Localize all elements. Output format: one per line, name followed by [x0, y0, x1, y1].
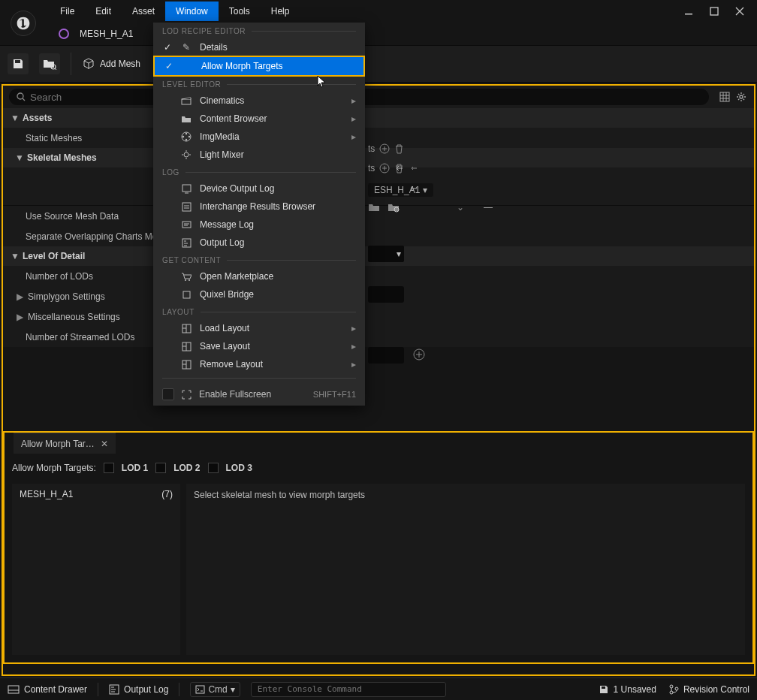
lod2-checkbox[interactable] [155, 463, 166, 473]
dd-marketplace[interactable]: Open Marketplace [153, 267, 365, 285]
output-log-button[interactable]: Output Log [109, 684, 168, 695]
dd-details[interactable]: ✓✎Details [153, 38, 365, 56]
add-mesh-button[interactable]: Add Mesh [82, 57, 140, 71]
dd-remove-layout-label: Remove Layout [200, 359, 263, 370]
browse-icon[interactable] [39, 53, 60, 74]
menu-asset[interactable]: Asset [122, 2, 165, 21]
output-icon [109, 684, 119, 695]
reset-icon[interactable] [394, 163, 406, 173]
dd-allow-morph[interactable]: ✓Allow Morph Targets [155, 57, 363, 75]
add-circle-icon[interactable] [379, 163, 390, 173]
menu-edit[interactable]: Edit [85, 2, 122, 21]
reset-icon[interactable] [408, 183, 420, 194]
view-grid-icon[interactable] [718, 90, 731, 104]
drawer-icon [8, 684, 20, 695]
mouse-cursor-icon [317, 75, 327, 89]
dd-imgmedia[interactable]: ImgMedia▸ [153, 128, 365, 146]
lod3-checkbox[interactable] [208, 463, 219, 473]
search-input[interactable] [30, 92, 701, 103]
menu-file[interactable]: File [50, 2, 85, 21]
dd-section-layout: LAYOUT [153, 303, 365, 319]
svg-rect-0 [685, 14, 692, 15]
value-dropdown-1[interactable]: ▾ [368, 246, 404, 262]
close-button[interactable] [734, 6, 745, 17]
asset-name: MESH_H_A1 [80, 29, 133, 39]
streamed-row[interactable]: Number of Streamed LODs [3, 327, 754, 347]
svg-point-32 [675, 687, 678, 690]
num-lods-row[interactable]: Number of LODs [3, 266, 754, 286]
simplygon-label: Simplygon Settings [28, 291, 105, 302]
content-drawer-label: Content Drawer [24, 684, 87, 695]
console-input-box[interactable] [251, 682, 446, 697]
maximize-button[interactable] [709, 6, 719, 17]
settings-gear-icon[interactable] [734, 90, 748, 104]
folder-icon[interactable] [368, 202, 380, 213]
misc-row[interactable]: ▶Miscellaneous Settings [3, 306, 754, 327]
dd-load-layout-label: Load Layout [200, 323, 249, 333]
chevron-right-icon: ▸ [351, 341, 356, 352]
close-icon[interactable]: ✕ [101, 439, 108, 449]
search-row [3, 86, 754, 108]
svg-point-3 [17, 93, 23, 99]
assets-header[interactable]: ▼Assets [3, 108, 754, 128]
dd-output-log-label: Output Log [200, 237, 244, 248]
output-log-label: Output Log [124, 684, 168, 695]
value-input-2[interactable] [368, 286, 404, 303]
dd-device-log[interactable]: Device Output Log [153, 180, 365, 198]
svg-rect-1 [710, 8, 718, 15]
content-drawer-button[interactable]: Content Drawer [8, 684, 87, 695]
menu-help[interactable]: Help [261, 2, 300, 21]
dd-content-browser[interactable]: Content Browser▸ [153, 110, 365, 128]
dd-remove-layout[interactable]: Remove Layout▸ [153, 355, 365, 373]
separate-overlap-row[interactable]: Separate Overlapping Charts Mode [3, 226, 754, 246]
console-input[interactable] [258, 684, 439, 694]
dd-interchange[interactable]: Interchange Results Browser [153, 198, 365, 216]
dd-allow-morph-label: Allow Morph Targets [201, 61, 283, 71]
add-circle-icon[interactable] [379, 143, 390, 154]
chevron-right-icon: ▸ [351, 113, 356, 124]
chevron-down-icon[interactable]: ⌄ [457, 202, 464, 213]
dd-message-log[interactable]: Message Log [153, 216, 365, 234]
chevron-down-icon: ▾ [423, 185, 427, 195]
dd-light-mixer[interactable]: Light Mixer [153, 146, 365, 164]
add-circle-icon[interactable] [413, 348, 425, 361]
results-icon [180, 202, 192, 212]
minimize-button[interactable] [683, 6, 694, 17]
svg-point-30 [670, 685, 673, 688]
checkbox[interactable] [162, 388, 174, 400]
dd-save-layout[interactable]: Save Layout▸ [153, 337, 365, 355]
value-input-3[interactable] [368, 347, 404, 364]
terminal-icon [195, 685, 205, 694]
unsaved-button[interactable]: 1 Unsaved [599, 684, 656, 695]
mesh-list-item[interactable]: MESH_H_A1 (7) [12, 484, 180, 505]
dd-output-log[interactable]: Output Log [153, 234, 365, 252]
dd-quixel[interactable]: Quixel Bridge [153, 285, 365, 303]
browse-folder-icon[interactable] [388, 202, 400, 213]
dd-load-layout[interactable]: Load Layout▸ [153, 319, 365, 337]
cmd-selector[interactable]: Cmd ▾ [190, 682, 240, 697]
dd-cinematics[interactable]: Cinematics▸ [153, 92, 365, 110]
undo-icon[interactable] [409, 163, 419, 173]
minus-icon[interactable]: — [484, 202, 493, 213]
mesh-asset-pill[interactable]: ESH_H_A1▾ [368, 183, 433, 197]
lod3-label: LOD 3 [226, 463, 252, 473]
lod1-checkbox[interactable] [104, 463, 114, 473]
chevron-right-icon: ▸ [351, 323, 356, 333]
morph-content: Select skeletal mesh to view morph targe… [186, 484, 745, 655]
dd-fullscreen[interactable]: Enable Fullscreen SHIFT+F11 [153, 383, 365, 406]
chevron-right-icon: ▸ [351, 131, 356, 142]
search-icon [17, 92, 26, 101]
menu-window[interactable]: Window [165, 2, 219, 21]
clapper-icon [180, 96, 192, 105]
morph-tab[interactable]: Allow Morph Tar… ✕ [14, 433, 116, 454]
statusbar-separator [179, 683, 179, 696]
save-icon[interactable] [8, 53, 29, 74]
menu-tools[interactable]: Tools [219, 2, 261, 21]
fullscreen-icon [182, 390, 192, 400]
revision-control-button[interactable]: Revision Control [668, 684, 749, 695]
allow-morph-panel: Allow Morph Tar… ✕ Allow Morph Targets: … [3, 431, 754, 664]
morph-toolbar-label: Allow Morph Targets: [12, 463, 96, 473]
trash-icon[interactable] [394, 143, 404, 154]
svg-rect-23 [183, 291, 190, 298]
lod1-label: LOD 1 [122, 463, 148, 473]
